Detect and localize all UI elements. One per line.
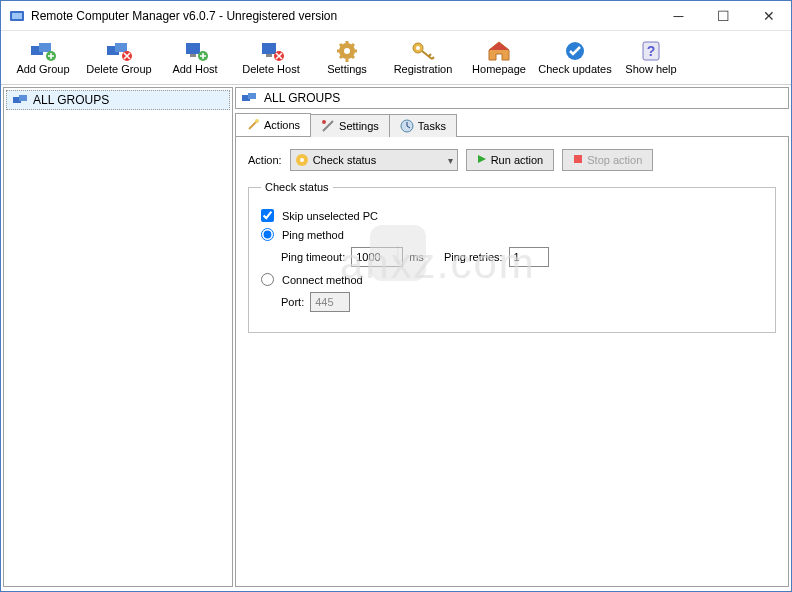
status-icon	[295, 153, 309, 167]
svg-rect-30	[574, 155, 582, 163]
sidebar: ALL GROUPS	[3, 87, 233, 587]
svg-text:?: ?	[647, 43, 656, 59]
wand-icon	[246, 118, 260, 132]
stop-action-button[interactable]: Stop action	[562, 149, 653, 171]
minimize-button[interactable]: ─	[656, 1, 701, 30]
check-icon	[561, 40, 589, 62]
skip-row: Skip unselected PC	[261, 209, 763, 222]
check-status-fieldset: Check status Skip unselected PC Ping met…	[248, 181, 776, 333]
svg-point-29	[300, 158, 304, 162]
svg-point-25	[255, 119, 259, 123]
tool-label: Delete Group	[86, 63, 151, 75]
tab-label: Tasks	[418, 120, 446, 132]
clock-icon	[400, 119, 414, 133]
svg-rect-3	[39, 43, 51, 52]
content-header-label: ALL GROUPS	[264, 91, 340, 105]
ping-radio[interactable]	[261, 228, 274, 241]
add-group-icon	[29, 40, 57, 62]
tool-label: Show help	[625, 63, 676, 75]
tools-icon	[321, 119, 335, 133]
settings-button[interactable]: Settings	[309, 33, 385, 83]
tool-label: Add Group	[16, 63, 69, 75]
app-icon	[9, 8, 25, 24]
port-label: Port:	[281, 296, 304, 308]
svg-point-15	[344, 48, 350, 54]
ping-retries-label: Ping retries:	[444, 251, 503, 263]
maximize-button[interactable]: ☐	[701, 1, 746, 30]
action-row: Action: Check status ▾ Run action Stop a…	[248, 149, 776, 171]
play-icon	[477, 154, 487, 166]
tab-label: Settings	[339, 120, 379, 132]
tool-label: Registration	[394, 63, 453, 75]
tool-label: Settings	[327, 63, 367, 75]
svg-point-26	[322, 120, 326, 124]
ping-label[interactable]: Ping method	[282, 229, 344, 241]
ping-retries-input[interactable]	[509, 247, 549, 267]
window-title: Remote Computer Manager v6.0.7 - Unregis…	[31, 9, 656, 23]
connect-label[interactable]: Connect method	[282, 274, 363, 286]
ping-timeout-unit: ms	[409, 251, 424, 263]
actions-panel: Action: Check status ▾ Run action Stop a…	[235, 137, 789, 587]
skip-label[interactable]: Skip unselected PC	[282, 210, 378, 222]
fieldset-legend: Check status	[261, 181, 333, 193]
stop-icon	[573, 154, 583, 166]
add-host-button[interactable]: Add Host	[157, 33, 233, 83]
home-icon	[485, 40, 513, 62]
tab-actions[interactable]: Actions	[235, 113, 311, 136]
action-label: Action:	[248, 154, 282, 166]
svg-rect-12	[266, 54, 272, 57]
delete-group-icon	[105, 40, 133, 62]
skip-checkbox[interactable]	[261, 209, 274, 222]
tool-label: Check updates	[538, 63, 611, 75]
run-action-button[interactable]: Run action	[466, 149, 555, 171]
toolbar: Add Group Delete Group Add Host Delete H…	[1, 31, 791, 85]
svg-rect-24	[248, 93, 256, 99]
content-header: ALL GROUPS	[235, 87, 789, 109]
ping-timeout-label: Ping timeout:	[281, 251, 345, 263]
tab-label: Actions	[264, 119, 300, 131]
tool-label: Add Host	[172, 63, 217, 75]
run-label: Run action	[491, 154, 544, 166]
check-updates-button[interactable]: Check updates	[537, 33, 613, 83]
svg-rect-6	[115, 43, 127, 52]
tree-root-item[interactable]: ALL GROUPS	[6, 90, 230, 110]
port-input	[310, 292, 350, 312]
group-icon	[242, 91, 258, 105]
port-row: Port:	[281, 292, 763, 312]
group-icon	[13, 93, 29, 107]
delete-host-button[interactable]: Delete Host	[233, 33, 309, 83]
connect-row: Connect method	[261, 273, 763, 286]
gear-icon	[333, 40, 361, 62]
svg-rect-11	[262, 43, 276, 54]
content-area: ALL GROUPS Actions Settings Tasks Action…	[235, 87, 789, 587]
titlebar: Remote Computer Manager v6.0.7 - Unregis…	[1, 1, 791, 31]
registration-button[interactable]: Registration	[385, 33, 461, 83]
tool-label: Delete Host	[242, 63, 299, 75]
ping-row: Ping method	[261, 228, 763, 241]
key-icon	[409, 40, 437, 62]
ping-timeout-input[interactable]	[351, 247, 403, 267]
action-combo[interactable]: Check status ▾	[290, 149, 458, 171]
close-button[interactable]: ✕	[746, 1, 791, 30]
tree-root-label: ALL GROUPS	[33, 93, 109, 107]
delete-group-button[interactable]: Delete Group	[81, 33, 157, 83]
stop-label: Stop action	[587, 154, 642, 166]
show-help-button[interactable]: ? Show help	[613, 33, 689, 83]
ping-params-row: Ping timeout: ms Ping retries:	[281, 247, 763, 267]
svg-rect-9	[190, 54, 196, 57]
combo-value: Check status	[313, 154, 444, 166]
delete-host-icon	[257, 40, 285, 62]
tab-settings[interactable]: Settings	[310, 114, 390, 137]
homepage-button[interactable]: Homepage	[461, 33, 537, 83]
svg-rect-8	[186, 43, 200, 54]
tab-tasks[interactable]: Tasks	[389, 114, 457, 137]
chevron-down-icon: ▾	[448, 155, 453, 166]
connect-radio[interactable]	[261, 273, 274, 286]
add-group-button[interactable]: Add Group	[5, 33, 81, 83]
svg-rect-22	[19, 95, 27, 101]
svg-rect-1	[12, 13, 22, 19]
main-area: ALL GROUPS ALL GROUPS Actions Settings T…	[1, 85, 791, 589]
svg-point-17	[416, 46, 420, 50]
tool-label: Homepage	[472, 63, 526, 75]
add-host-icon	[181, 40, 209, 62]
